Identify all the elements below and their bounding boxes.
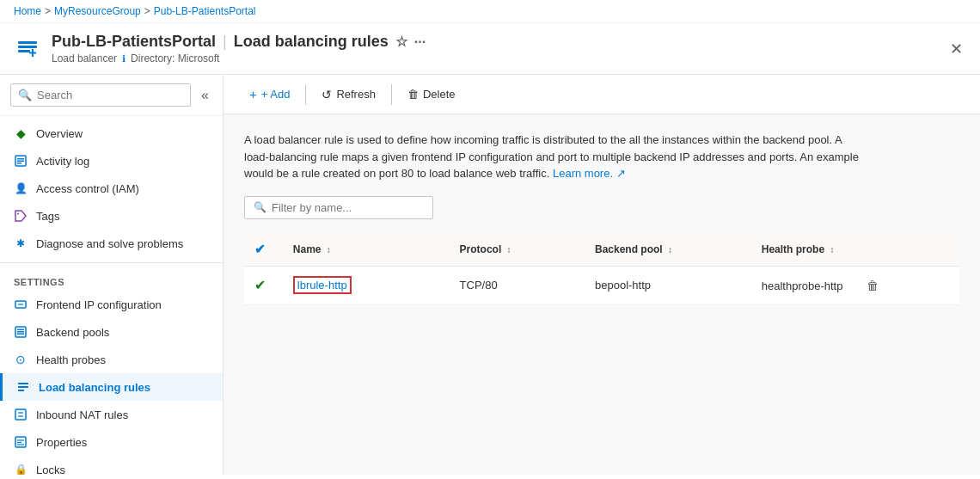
svg-rect-15 bbox=[17, 331, 24, 333]
properties-icon bbox=[14, 435, 28, 449]
breadcrumb-resource[interactable]: Pub-LB-PatientsPortal bbox=[154, 5, 256, 17]
col-header-health-probe[interactable]: Health probe ↕ bbox=[751, 233, 959, 267]
subtitle-directory: Directory: Microsoft bbox=[131, 52, 219, 64]
svg-rect-16 bbox=[17, 334, 24, 335]
breadcrumb: Home > MyResourceGroup > Pub-LB-Patients… bbox=[0, 0, 980, 23]
frontend-ip-icon bbox=[14, 298, 28, 311]
col-header-protocol[interactable]: Protocol ↕ bbox=[450, 233, 585, 267]
sidebar-item-label: Tags bbox=[36, 210, 59, 223]
header-title-group: Pub-LB-PatientsPortal | Load balancing r… bbox=[52, 33, 426, 64]
settings-section-label: Settings bbox=[0, 268, 223, 291]
search-box[interactable]: 🔍 bbox=[10, 83, 191, 107]
sidebar-item-label: Load balancing rules bbox=[39, 381, 150, 394]
star-icon[interactable]: ☆ bbox=[395, 34, 407, 50]
sidebar-item-label: Access control (IAM) bbox=[36, 182, 139, 195]
info-text: A load balancer rule is used to define h… bbox=[244, 132, 863, 182]
breadcrumb-home[interactable]: Home bbox=[14, 5, 41, 17]
sidebar-item-label: Properties bbox=[36, 436, 87, 449]
svg-point-10 bbox=[17, 213, 19, 215]
access-control-icon: 👤 bbox=[14, 181, 28, 195]
breadcrumb-resource-group[interactable]: MyResourceGroup bbox=[54, 5, 141, 17]
sidebar-item-health-probes[interactable]: ⊙ Health probes bbox=[0, 346, 223, 373]
rule-name-link[interactable]: lbrule-http bbox=[293, 276, 352, 294]
svg-rect-0 bbox=[18, 41, 37, 44]
row-backend-pool: bepool-http bbox=[585, 266, 751, 304]
row-status: ✔ bbox=[244, 266, 283, 304]
search-input[interactable] bbox=[37, 89, 183, 101]
sidebar-item-load-balancing-rules[interactable]: Load balancing rules bbox=[0, 373, 223, 401]
svg-rect-7 bbox=[17, 161, 24, 163]
sort-icon-name: ↕ bbox=[327, 245, 331, 255]
sidebar-item-backend-pools[interactable]: Backend pools bbox=[0, 318, 223, 346]
main-layout: 🔍 « ◆ Overview Activity log 👤 bbox=[0, 75, 980, 475]
sidebar-item-label: Frontend IP configuration bbox=[36, 298, 162, 311]
close-button[interactable]: ✕ bbox=[946, 36, 966, 62]
svg-rect-20 bbox=[15, 409, 26, 420]
delete-icon: 🗑 bbox=[407, 88, 419, 101]
row-protocol: TCP/80 bbox=[450, 266, 585, 304]
refresh-button[interactable]: ↺ Refresh bbox=[313, 83, 384, 107]
header-title: Pub-LB-PatientsPortal | Load balancing r… bbox=[52, 33, 426, 51]
load-balancing-rules-icon bbox=[16, 380, 30, 394]
filter-input[interactable] bbox=[272, 201, 424, 214]
sidebar-item-label: Activity log bbox=[36, 155, 89, 168]
sidebar-item-overview[interactable]: ◆ Overview bbox=[0, 120, 223, 147]
svg-marker-9 bbox=[15, 211, 26, 221]
health-probes-icon: ⊙ bbox=[14, 353, 28, 366]
delete-button[interactable]: 🗑 Delete bbox=[399, 83, 464, 106]
collapse-sidebar-button[interactable]: « bbox=[198, 84, 212, 107]
sidebar-item-tags[interactable]: Tags bbox=[0, 202, 223, 230]
delete-label: Delete bbox=[423, 88, 456, 101]
health-probe-value: healthprobe-http bbox=[762, 279, 843, 292]
sidebar-item-locks[interactable]: 🔒 Locks bbox=[0, 456, 223, 475]
sidebar-item-activity-log[interactable]: Activity log bbox=[0, 147, 223, 175]
filter-box[interactable]: 🔍 bbox=[244, 196, 433, 219]
resource-name: Pub-LB-PatientsPortal bbox=[52, 33, 216, 51]
svg-rect-17 bbox=[18, 383, 28, 384]
learn-more-link[interactable]: Learn more. ↗ bbox=[553, 167, 626, 180]
header-actions: ✕ bbox=[946, 36, 966, 62]
svg-rect-2 bbox=[18, 50, 30, 52]
ellipsis-icon[interactable]: ··· bbox=[414, 34, 426, 50]
rules-table: ✔ Name ↕ Protocol ↕ Backend pool ↕ bbox=[244, 233, 959, 305]
sidebar-search-area: 🔍 « bbox=[0, 75, 223, 116]
filter-icon: 🔍 bbox=[254, 201, 266, 213]
svg-rect-19 bbox=[18, 390, 24, 391]
sidebar-item-label: Locks bbox=[36, 464, 65, 476]
sort-icon-health: ↕ bbox=[830, 245, 834, 255]
status-check-icon: ✔ bbox=[254, 278, 266, 292]
sidebar-item-access-control[interactable]: 👤 Access control (IAM) bbox=[0, 175, 223, 202]
svg-rect-18 bbox=[18, 386, 28, 388]
tags-icon bbox=[14, 209, 28, 223]
info-icon: ℹ bbox=[122, 53, 126, 64]
row-delete-button[interactable]: 🗑 bbox=[863, 275, 882, 296]
add-button[interactable]: + + Add bbox=[241, 82, 298, 107]
col-header-status: ✔ bbox=[244, 233, 283, 267]
locks-icon: 🔒 bbox=[14, 463, 28, 475]
table-row: ✔ lbrule-http TCP/80 bepool-http healthp… bbox=[244, 266, 959, 304]
sort-icon-protocol: ↕ bbox=[507, 245, 511, 255]
sidebar-item-label: Inbound NAT rules bbox=[36, 408, 128, 421]
col-header-name[interactable]: Name ↕ bbox=[283, 233, 450, 267]
svg-rect-6 bbox=[17, 158, 24, 160]
toolbar-divider-1 bbox=[305, 84, 306, 105]
page-header: Pub-LB-PatientsPortal | Load balancing r… bbox=[0, 23, 980, 75]
content-area: + + Add ↺ Refresh 🗑 Delete A load balanc… bbox=[224, 75, 980, 475]
sort-icon-backend: ↕ bbox=[668, 245, 672, 255]
svg-rect-8 bbox=[17, 163, 21, 164]
sidebar-item-frontend-ip[interactable]: Frontend IP configuration bbox=[0, 291, 223, 318]
diagnose-icon: ✱ bbox=[14, 236, 28, 250]
sidebar-item-label: Health probes bbox=[36, 353, 106, 366]
subtitle-type: Load balancer bbox=[52, 52, 117, 64]
sidebar-item-diagnose[interactable]: ✱ Diagnose and solve problems bbox=[0, 230, 223, 257]
sidebar-item-label: Backend pools bbox=[36, 326, 109, 339]
sidebar: 🔍 « ◆ Overview Activity log 👤 bbox=[0, 75, 224, 475]
add-label: + Add bbox=[261, 88, 291, 101]
activity-log-icon bbox=[14, 154, 28, 168]
sidebar-item-properties[interactable]: Properties bbox=[0, 428, 223, 456]
sidebar-item-label: Overview bbox=[36, 127, 83, 140]
content-body: A load balancer rule is used to define h… bbox=[224, 114, 980, 475]
sidebar-item-inbound-nat-rules[interactable]: Inbound NAT rules bbox=[0, 401, 223, 428]
col-header-backend-pool[interactable]: Backend pool ↕ bbox=[585, 233, 751, 267]
backend-pools-icon bbox=[14, 325, 28, 339]
